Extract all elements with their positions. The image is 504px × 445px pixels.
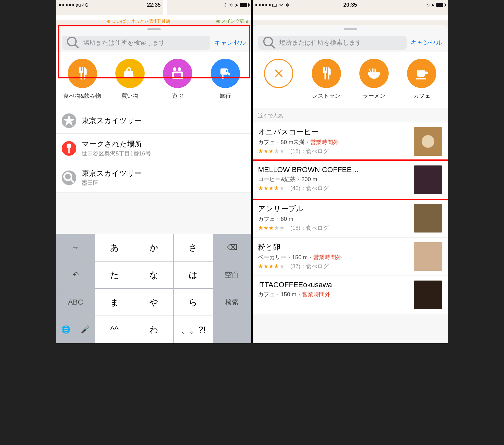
search-input[interactable]: 場所または住所を検索します xyxy=(62,36,210,50)
right-screenshot: au ✲ 20:35 ⟲ ➤ 場所または住所を検索します キャンセル xyxy=(253,0,448,343)
category-restaurant[interactable]: レストラン xyxy=(305,59,348,100)
result-item[interactable]: MELLOW BROWN COFFEE… コーヒー&紅茶・200 m ★★★★★… xyxy=(253,161,448,199)
result-item[interactable]: ITTACOFFEEokusawa カフェ・150 m・営業時間外 xyxy=(253,276,448,314)
network: 4G xyxy=(82,2,89,8)
key[interactable]: な xyxy=(134,261,173,289)
clock: 20:35 xyxy=(343,2,357,8)
result-name: ITTACOFFEEokusawa xyxy=(258,281,409,289)
key[interactable]: 、。?! xyxy=(174,316,213,343)
lock-icon: ⟲ xyxy=(229,2,233,8)
result-item[interactable]: アンリーブル カフェ・80 m ★★★★★ (18)：食べログ xyxy=(253,199,448,238)
key[interactable]: か xyxy=(134,234,173,261)
result-rating: ★★★★★★ (40)：食べログ xyxy=(258,184,409,192)
svg-point-13 xyxy=(264,37,273,46)
status-bar: au 4G 22:35 ☾ ⟲ ➤ xyxy=(56,0,251,10)
result-name: オニバスコーヒー xyxy=(258,127,409,137)
svg-rect-10 xyxy=(68,147,70,153)
result-thumbnail xyxy=(414,127,442,156)
travel-icon xyxy=(211,59,240,88)
result-thumbnail xyxy=(414,281,442,309)
history-list: 東京スカイツリー マークされた場所世田谷区奥沢5丁目1番16号 東京スカイツリー… xyxy=(56,108,251,192)
svg-point-11 xyxy=(64,173,71,180)
pin-icon xyxy=(62,141,76,156)
svg-rect-7 xyxy=(222,75,224,79)
key[interactable]: ま xyxy=(95,289,134,316)
category-label: 食べ物&飲み物 xyxy=(63,92,101,100)
carrier: au xyxy=(272,2,277,8)
result-name: MELLOW BROWN COFFEE… xyxy=(258,165,409,174)
location-icon: ➤ xyxy=(235,2,239,8)
search-icon xyxy=(62,170,76,185)
svg-line-14 xyxy=(271,45,275,48)
drag-handle[interactable] xyxy=(344,28,357,30)
key[interactable]: あ xyxy=(95,234,134,261)
category-label: レストラン xyxy=(312,92,340,100)
result-name: アンリーブル xyxy=(258,204,409,214)
key-spacer xyxy=(213,316,251,343)
play-icon xyxy=(163,59,192,88)
history-item[interactable]: マークされた場所世田谷区奥沢5丁目1番16号 xyxy=(56,134,251,163)
category-play[interactable]: 遊ぶ xyxy=(156,59,199,100)
history-item[interactable]: 東京スカイツリー墨田区 xyxy=(56,163,251,192)
svg-point-0 xyxy=(68,37,76,46)
category-row: レストラン ラーメン カフェ xyxy=(253,52,448,108)
category-food[interactable]: 食べ物&飲み物 xyxy=(61,59,104,100)
cancel-button[interactable]: キャンセル xyxy=(411,38,442,47)
shopping-icon xyxy=(115,59,145,88)
key[interactable]: は xyxy=(174,261,213,289)
category-shopping[interactable]: 買い物 xyxy=(108,59,152,100)
location-icon: ➤ xyxy=(431,2,435,8)
result-meta: ベーカリー・150 m・営業時間外 xyxy=(258,254,409,261)
key-next[interactable]: → xyxy=(56,234,95,261)
keyboard[interactable]: → あ か さ ⌫ ↶ た な は 空白 ABC ま や ら xyxy=(56,234,251,343)
moon-icon: ☾ xyxy=(224,2,228,8)
key-undo[interactable]: ↶ xyxy=(56,261,95,289)
result-name: 粉と卵 xyxy=(258,242,409,252)
category-cafe[interactable]: カフェ xyxy=(400,59,443,100)
category-label: カフェ xyxy=(413,92,430,100)
category-ramen[interactable]: ラーメン xyxy=(352,59,396,100)
key-globe[interactable]: 🌐 xyxy=(56,316,75,343)
search-icon xyxy=(262,35,277,50)
result-meta: カフェ・80 m xyxy=(258,215,409,223)
key-space[interactable]: 空白 xyxy=(213,261,251,289)
result-item[interactable]: 粉と卵 ベーカリー・150 m・営業時間外 ★★★★★★ (87)：食べログ xyxy=(253,238,448,276)
result-thumbnail xyxy=(414,242,442,271)
section-header: 近くで人気 xyxy=(253,108,448,122)
wifi-icon xyxy=(279,3,284,7)
key[interactable]: わ xyxy=(134,316,173,343)
drag-handle[interactable] xyxy=(147,28,161,30)
history-item[interactable]: 東京スカイツリー xyxy=(56,108,251,134)
svg-point-3 xyxy=(178,67,181,71)
category-label: 遊ぶ xyxy=(172,92,183,100)
svg-rect-5 xyxy=(174,73,181,77)
ramen-icon xyxy=(359,59,389,88)
loading-icon: ✲ xyxy=(285,2,289,8)
key-backspace[interactable]: ⌫ xyxy=(213,234,251,261)
key-mic[interactable]: 🎤 xyxy=(75,316,95,343)
clock: 22:35 xyxy=(147,2,161,8)
svg-point-8 xyxy=(226,70,228,72)
key-abc[interactable]: ABC xyxy=(56,289,95,316)
category-travel[interactable]: 旅行 xyxy=(204,59,247,100)
close-icon xyxy=(264,59,293,88)
search-input[interactable]: 場所または住所を検索します xyxy=(258,36,407,50)
key[interactable]: ^^ xyxy=(95,316,134,343)
result-thumbnail xyxy=(414,165,442,194)
key-search[interactable]: 検索 xyxy=(213,289,251,316)
key[interactable]: さ xyxy=(174,234,213,261)
result-rating: ★★★★★ (18)：食べログ xyxy=(258,147,409,155)
search-panel: 場所または住所を検索します キャンセル レストラン xyxy=(253,25,448,343)
key[interactable]: た xyxy=(95,261,134,289)
key[interactable]: ら xyxy=(174,289,213,316)
result-item[interactable]: オニバスコーヒー カフェ・50 m未満・営業時間外 ★★★★★ (18)：食べロ… xyxy=(253,122,448,161)
category-label: 買い物 xyxy=(121,92,138,100)
result-thumbnail xyxy=(414,204,442,233)
cancel-button[interactable]: キャンセル xyxy=(214,38,246,47)
key[interactable]: や xyxy=(134,289,173,316)
results-list: オニバスコーヒー カフェ・50 m未満・営業時間外 ★★★★★ (18)：食べロ… xyxy=(253,122,448,314)
category-close[interactable] xyxy=(257,59,300,100)
status-bar: au ✲ 20:35 ⟲ ➤ xyxy=(253,0,448,10)
result-meta: カフェ・50 m未満・営業時間外 xyxy=(258,138,409,146)
left-screenshot: ◉ まいばすけっと八雲4丁目店 ◉ スイング碑文 au 4G 22:35 ☾ ⟲… xyxy=(56,0,251,343)
